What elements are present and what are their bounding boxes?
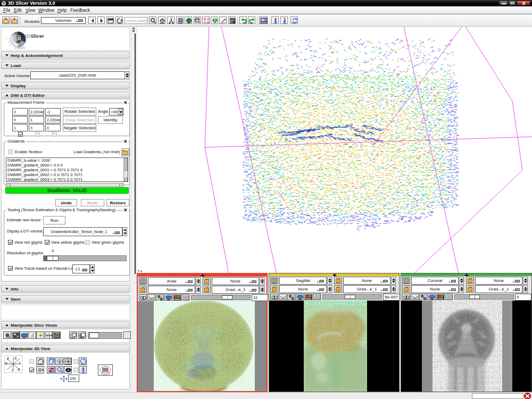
svg-text:S: S bbox=[14, 356, 17, 360]
svg-text:P: P bbox=[7, 357, 9, 361]
svg-text:R: R bbox=[5, 362, 7, 365]
svg-text:A: A bbox=[31, 333, 35, 339]
svg-text:L: L bbox=[19, 361, 21, 364]
svg-text:I: I bbox=[12, 369, 13, 372]
svg-text:A: A bbox=[18, 368, 20, 371]
